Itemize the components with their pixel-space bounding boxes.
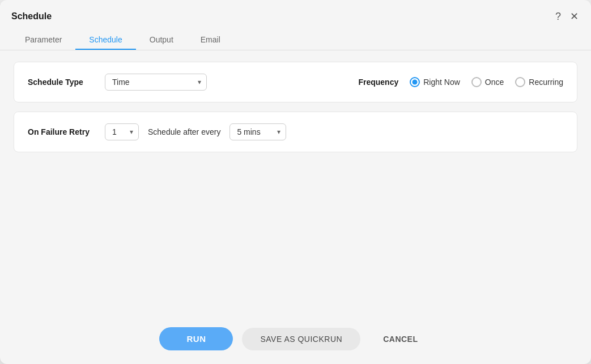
- frequency-label-recurring: Recurring: [529, 78, 563, 87]
- tab-email[interactable]: Email: [187, 31, 234, 50]
- help-icon: ?: [555, 11, 561, 23]
- interval-select-wrapper: 1 min 5 mins 10 mins 15 mins 30 mins 1 h…: [229, 123, 286, 140]
- schedule-type-card: Schedule Type Time Event Manual ▾ Freque…: [14, 62, 577, 102]
- frequency-label-once: Once: [485, 78, 504, 87]
- title-bar-actions: ? ✕: [554, 9, 580, 24]
- frequency-label: Frequency: [358, 78, 398, 87]
- content-area: Schedule Type Time Event Manual ▾ Freque…: [0, 50, 591, 318]
- tab-parameter[interactable]: Parameter: [11, 31, 75, 50]
- failure-retry-row: On Failure Retry 1 2 3 4 5 ▾ Schedule af…: [28, 123, 563, 140]
- retry-select-wrapper: 1 2 3 4 5 ▾: [105, 123, 139, 140]
- close-icon: ✕: [570, 10, 579, 23]
- interval-select[interactable]: 1 min 5 mins 10 mins 15 mins 30 mins 1 h…: [229, 123, 286, 140]
- schedule-type-label: Schedule Type: [28, 78, 96, 87]
- frequency-radio-recurring[interactable]: [515, 77, 525, 87]
- frequency-radio-once[interactable]: [471, 77, 482, 87]
- tab-output[interactable]: Output: [136, 31, 187, 50]
- title-bar: Schedule ? ✕: [0, 0, 591, 24]
- retry-count-select[interactable]: 1 2 3 4 5: [105, 123, 139, 140]
- frequency-option-recurring[interactable]: Recurring: [515, 77, 563, 87]
- cancel-button[interactable]: CANCEL: [369, 328, 431, 350]
- save-quickrun-button[interactable]: SAVE AS QUICKRUN: [242, 328, 360, 350]
- schedule-type-select-wrapper: Time Event Manual ▾: [105, 74, 207, 91]
- frequency-radio-right-now[interactable]: [410, 77, 420, 87]
- schedule-after-label: Schedule after every: [148, 127, 220, 136]
- footer: RUN SAVE AS QUICKRUN CANCEL: [0, 318, 591, 364]
- tab-schedule[interactable]: Schedule: [75, 31, 135, 50]
- help-button[interactable]: ?: [554, 10, 562, 24]
- schedule-type-row: Schedule Type Time Event Manual ▾ Freque…: [28, 74, 563, 91]
- frequency-label-right-now: Right Now: [423, 78, 460, 87]
- frequency-radio-group: Right Now Once Recurring: [410, 77, 563, 87]
- frequency-option-once[interactable]: Once: [471, 77, 504, 87]
- schedule-dialog: Schedule ? ✕ Parameter Schedule Output E…: [0, 0, 591, 364]
- schedule-type-select[interactable]: Time Event Manual: [105, 74, 207, 91]
- dialog-title: Schedule: [11, 11, 52, 22]
- run-button[interactable]: RUN: [159, 327, 233, 350]
- failure-retry-label: On Failure Retry: [28, 127, 96, 136]
- failure-retry-card: On Failure Retry 1 2 3 4 5 ▾ Schedule af…: [14, 112, 577, 152]
- close-button[interactable]: ✕: [569, 9, 580, 24]
- tabs-bar: Parameter Schedule Output Email: [0, 24, 591, 50]
- frequency-section: Frequency Right Now Once Recurring: [358, 77, 563, 87]
- frequency-option-right-now[interactable]: Right Now: [410, 77, 460, 87]
